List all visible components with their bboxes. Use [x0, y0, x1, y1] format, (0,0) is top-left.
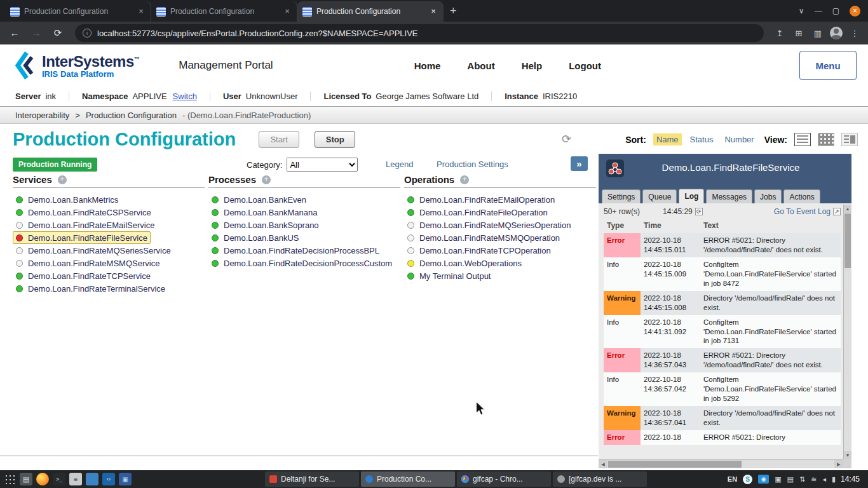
language-indicator[interactable]: EN: [728, 475, 737, 483]
back-icon[interactable]: ←: [6, 25, 23, 41]
config-item[interactable]: Demo.Loan.BankMetrics: [13, 193, 121, 206]
config-item[interactable]: Demo.Loan.FindRateMQSeriesOperation: [404, 219, 574, 231]
display-icon[interactable]: ▤: [787, 475, 794, 484]
taskbar-window-button[interactable]: gifcap - Chro...: [457, 471, 551, 487]
skype-icon[interactable]: S: [743, 475, 752, 484]
horizontal-scrollbar[interactable]: ◀ ▶: [599, 459, 843, 468]
new-tab-button[interactable]: +: [444, 4, 463, 22]
maximize-icon[interactable]: ▢: [832, 6, 839, 15]
config-item[interactable]: Demo.Loan.FindRateFileOperation: [404, 206, 551, 219]
tab-close-icon[interactable]: ×: [282, 6, 292, 17]
legend-link[interactable]: Legend: [386, 159, 413, 169]
config-item[interactable]: Demo.Loan.FindRateDecisionProcessBPL: [208, 244, 383, 257]
sync-icon[interactable]: ⇅: [799, 475, 805, 484]
start-button[interactable]: Start: [259, 131, 299, 148]
extensions-icon[interactable]: ⊞: [792, 29, 806, 38]
sort-option[interactable]: Number: [721, 133, 757, 146]
tab-close-icon[interactable]: ×: [136, 6, 146, 17]
panel-tab[interactable]: Settings: [602, 189, 641, 203]
menu-button[interactable]: Menu: [799, 51, 857, 80]
browser-menu-icon[interactable]: ⋮: [848, 29, 862, 38]
file-manager-icon[interactable]: ▤: [20, 473, 32, 485]
scroll-right-icon[interactable]: ▶: [834, 460, 843, 468]
taskbar-window-button[interactable]: [gifcap.dev is ...: [553, 471, 647, 487]
share-icon[interactable]: ↥: [773, 29, 787, 38]
panel-tab[interactable]: Log: [679, 189, 704, 203]
side-panel-icon[interactable]: ▥: [811, 29, 825, 38]
panel-tab[interactable]: Actions: [783, 189, 820, 203]
browser-tab[interactable]: Production Configuration ×: [297, 1, 444, 22]
refresh-icon[interactable]: ⟳: [695, 208, 703, 215]
config-item[interactable]: Demo.Loan.FindRateTerminalService: [13, 282, 168, 295]
config-item[interactable]: Demo.Loan.FindRateEMailService: [13, 219, 158, 231]
firefox-icon[interactable]: [36, 473, 49, 485]
config-item[interactable]: Demo.Loan.BankUS: [208, 231, 302, 244]
view-grid-icon[interactable]: [818, 133, 834, 146]
power-icon[interactable]: ▮: [832, 475, 836, 484]
browser-tab[interactable]: Production Configuration ×: [5, 1, 151, 22]
config-item[interactable]: Demo.Loan.FindRateEMailOperation: [404, 193, 558, 206]
add-process-icon[interactable]: +: [262, 175, 271, 184]
add-operation-icon[interactable]: +: [460, 175, 469, 184]
scrollbar-thumb[interactable]: [608, 461, 742, 468]
panel-tab[interactable]: Queue: [642, 189, 677, 203]
scrollbar-thumb[interactable]: [844, 214, 851, 268]
config-item[interactable]: Demo.Loan.BankManana: [208, 206, 320, 219]
reload-icon[interactable]: ⟳: [50, 25, 66, 41]
add-service-icon[interactable]: +: [58, 175, 67, 184]
tab-close-icon[interactable]: ×: [428, 6, 438, 17]
auto-refresh-icon[interactable]: ⟳: [562, 132, 571, 146]
view-split-icon[interactable]: [841, 133, 858, 146]
forward-icon[interactable]: →: [28, 25, 44, 41]
recorder-icon[interactable]: ▣: [775, 475, 781, 484]
apps-icon[interactable]: ▣: [119, 473, 132, 485]
sort-option[interactable]: Name: [653, 133, 682, 146]
config-item[interactable]: Demo.Loan.BankEven: [208, 193, 309, 206]
switch-link[interactable]: Switch: [173, 92, 197, 101]
config-item[interactable]: Demo.Loan.FindRateMSMQOperation: [404, 231, 563, 244]
portal-nav-link[interactable]: Logout: [569, 60, 601, 71]
config-item[interactable]: Demo.Loan.FindRateMQSeriesService: [13, 244, 174, 257]
panel-tab[interactable]: Messages: [706, 189, 752, 203]
scroll-up-icon[interactable]: ▲: [844, 205, 851, 213]
address-bar[interactable]: i localhost:52773/csp/applive/EnsPortal.…: [75, 24, 764, 42]
volume-icon[interactable]: ◂: [822, 475, 826, 484]
network-icon[interactable]: ≋: [811, 475, 817, 484]
taskbar-window-button[interactable]: Production Co...: [361, 471, 455, 487]
folder-icon[interactable]: [86, 473, 98, 485]
terminal-icon[interactable]: >_: [53, 473, 65, 485]
config-item[interactable]: Demo.Loan.FindRateDecisionProcessCustom: [208, 257, 395, 269]
app-menu-icon[interactable]: [3, 473, 16, 485]
vertical-scrollbar[interactable]: ▲ ▼: [843, 205, 851, 459]
category-select[interactable]: All: [287, 158, 358, 172]
browser-tab[interactable]: Production Configuration ×: [151, 1, 297, 22]
event-log-link[interactable]: Go To Event Log: [774, 207, 831, 216]
production-settings-link[interactable]: Production Settings: [437, 159, 508, 169]
config-item[interactable]: Demo.Loan.FindRateTCPOperation: [404, 244, 554, 257]
config-item[interactable]: Demo.Loan.BankSoprano: [208, 219, 322, 231]
view-list-icon[interactable]: [794, 133, 811, 146]
config-item[interactable]: Demo.Loan.FindRateCSPService: [13, 206, 154, 219]
expand-panel-button[interactable]: »: [571, 156, 588, 171]
portal-nav-link[interactable]: About: [467, 60, 494, 71]
panel-tab[interactable]: Jobs: [754, 189, 782, 203]
close-icon[interactable]: ×: [850, 6, 860, 17]
code-icon[interactable]: ‹›: [102, 473, 115, 485]
camera-icon[interactable]: ◉: [758, 475, 769, 484]
portal-nav-link[interactable]: Home: [414, 60, 441, 71]
scroll-left-icon[interactable]: ◀: [599, 460, 607, 468]
site-info-icon[interactable]: i: [83, 29, 92, 37]
portal-nav-link[interactable]: Help: [522, 60, 543, 71]
clock[interactable]: 14:45: [841, 475, 860, 484]
profile-avatar[interactable]: [830, 27, 843, 39]
breadcrumb-root-link[interactable]: Interoperability: [15, 111, 69, 120]
taskbar-window-button[interactable]: Deltanji for Se...: [265, 471, 359, 487]
config-item[interactable]: Demo.Loan.WebOperations: [404, 257, 525, 269]
scroll-down-icon[interactable]: ▼: [844, 451, 851, 459]
stop-button[interactable]: Stop: [315, 131, 355, 148]
config-item[interactable]: My Terminal Output: [404, 269, 494, 282]
editor-icon[interactable]: ≡: [69, 473, 82, 485]
config-item[interactable]: Demo.Loan.FindRateFileService: [13, 231, 151, 244]
tab-search-icon[interactable]: ∨: [799, 6, 804, 15]
minimize-icon[interactable]: —: [815, 6, 822, 15]
